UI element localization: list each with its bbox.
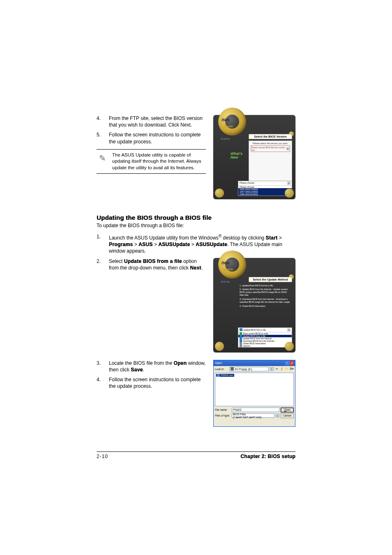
open-label: Open [173,360,187,366]
panel-body: Please select the version you want. Plea… [249,140,292,186]
new-folder-icon[interactable]: 📁 [285,367,289,371]
list-item: 2. Select Update BIOS from a file option… [97,258,206,271]
method-dropdown[interactable]: Update BIOS from a file ▾ Save current B… [238,327,292,348]
chevron-down-icon[interactable]: ▾ [270,367,274,371]
floppy-icon [231,367,234,371]
text-fragment: . [201,265,203,271]
dropdown-option[interactable]: 1008 (09/13/2002) [238,193,292,196]
dropdown-value: Please choose [240,182,254,185]
filename-input[interactable]: P5AD2 [232,408,279,412]
pencil-icon: ✎ [97,152,108,171]
step-text: From the FTP site, select the BIOS versi… [109,115,206,128]
filename-value: P5AD2 [233,408,242,411]
mid-text-column: 2. Select Update BIOS from a file option… [97,258,206,352]
step-text: Follow the screen instructions to comple… [109,376,206,389]
filetype-select[interactable]: BIOS Files (*.awd/*.bin/*.ami/*.rom) [232,413,274,418]
mid-instruction-row: 2. Select Update BIOS from a file option… [97,258,295,352]
version-dropdown[interactable]: Please choose ▾ Please choose 1005 (05/1… [238,181,292,196]
cancel-button[interactable]: Cancel [281,413,294,418]
separator: > [153,242,159,247]
list-item: 5. Follow the screen instructions to com… [97,131,206,145]
separator: > [190,242,196,247]
whats-new-label: What'sNew [231,152,242,159]
update-label: Update [224,125,233,128]
menu-asusupdate: ASUSUpdate [158,242,190,247]
update-label: Update [224,268,233,271]
help-button[interactable]: ? [285,361,289,365]
dropdown-selected[interactable]: Please choose ▾ [238,181,292,186]
option-label: Options [243,345,250,347]
method-item: 4. Check BIOS Information [240,305,291,308]
step-number: 1. [97,233,104,255]
step-number: 4. [97,115,104,128]
filetype-label: Files of type: [215,414,231,417]
floppy-icon [240,328,242,331]
toolbar-icons: ⇐ ⤴ 📁 ☰▾ [275,367,294,371]
method-item: 1. Update/Save BIOS from/to a file. [240,284,291,287]
gold-knob-icon [285,342,294,351]
file-icon [217,374,220,377]
step-text: Select Update BIOS from a file option fr… [109,258,206,271]
version-label: V5.27.01 [221,281,230,283]
instruction-list-mid: 1. Launch the ASUS Update utility from t… [97,233,295,255]
view-menu-icon[interactable]: ☰▾ [290,367,294,371]
menu-asus: ASUS [138,242,153,247]
step-text: Locate the BIOS file from the Open windo… [109,360,206,373]
step-number: 2. [97,258,104,271]
dialog-bottom: File name: P5AD2 Open Files of type: BIO… [214,407,295,420]
chevron-down-icon[interactable]: ▾ [286,147,289,150]
dialog-titlebar: Open ? ✕ [214,360,295,366]
bottom-instruction-row: 3. Locate the BIOS file from the Open wi… [97,360,295,427]
back-icon[interactable]: ⇐ [275,367,279,371]
bios-combo-box[interactable]: Please choose BIOS file from combo box. … [251,145,290,152]
dropdown-value: Update BIOS from a file [243,329,266,331]
asus-logo: /SUS [221,261,229,265]
panel-title: Select the BIOS Version [249,134,292,139]
list-item: 1. Launch the ASUS Update utility from t… [97,233,295,255]
document-page: 4. From the FTP site, select the BIOS ve… [0,0,392,526]
lookin-select[interactable]: 3½ Floppy (A:) [229,367,269,371]
file-list[interactable]: P5AD2.rom [215,373,294,406]
section-subtext: To update the BIOS through a BIOS file: [97,223,295,228]
lookin-value: 3½ Floppy (A:) [235,368,252,371]
titlebar-buttons: ? ✕ [285,361,294,365]
menu-asusupdate: ASUSUpdate [196,242,227,247]
up-icon[interactable]: ⤴ [280,367,284,371]
chevron-down-icon[interactable]: ▾ [287,328,291,332]
note-box: ✎ The ASUS Update utility is capable of … [97,149,206,174]
panel-title: Select the Update Method [249,277,292,282]
file-item-selected[interactable]: P5AD2.rom [216,374,234,377]
text-fragment: Select [109,258,124,264]
dialog-toolbar: Look in: 3½ Floppy (A:) ▾ ⇐ ⤴ 📁 ☰▾ [214,366,295,372]
option-name: Update BIOS from a file [124,258,182,264]
gold-knob-icon [215,342,224,351]
step-number: 3. [97,360,104,373]
text-fragment: Locate the BIOS file from the [109,360,173,366]
combo-placeholder: Please choose BIOS file from combo box. [251,146,286,151]
menu-start: Start [266,235,278,241]
chevron-down-icon[interactable]: ▾ [287,182,291,185]
dropdown-list[interactable]: Save current BIOS to a file Update BIOS … [238,332,292,347]
chevron-down-icon[interactable]: ▾ [276,414,279,417]
step-number: 5. [97,131,104,145]
text-fragment: Launch the ASUS Update utility from the … [109,235,219,241]
page-number: 2-10 [97,454,108,459]
method-item: 2. Update BIOS from the Internet - Updat… [240,288,291,297]
list-item: 4. Follow the screen instructions to com… [97,376,206,389]
separator: > [277,235,281,241]
step-number: 4. [97,376,104,389]
dropdown-list[interactable]: Please choose 1005 (05/17/2002) 1007 (09… [238,186,292,196]
file-name: P5AD2.rom [221,374,233,376]
text-fragment: desktop by clicking [221,235,265,241]
dropdown-option[interactable]: Options [238,345,292,347]
gold-knob-icon [215,189,224,198]
close-button[interactable]: ✕ [290,361,294,365]
dropdown-selected[interactable]: Update BIOS from a file ▾ [238,328,292,332]
panel-instruction: Please select the version you want. [251,142,290,145]
gold-knob-icon [285,189,294,198]
top-instruction-row: 4. From the FTP site, select the BIOS ve… [97,115,295,199]
new-text: New [231,155,238,159]
open-button[interactable]: Open [281,408,294,412]
step-2-list: 2. Select Update BIOS from a file option… [97,258,206,271]
save-label: Save [131,367,143,373]
